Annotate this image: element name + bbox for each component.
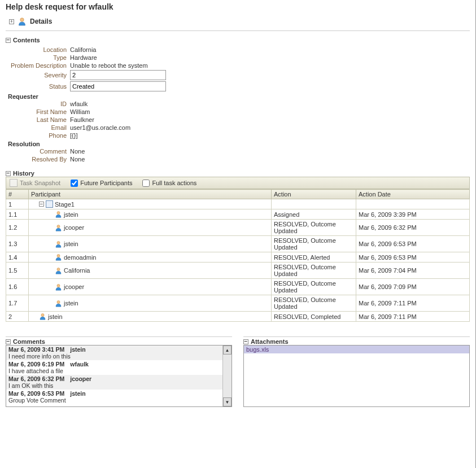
cell-participant: −Stage1 [29,199,272,209]
cell-action: Assigned [272,209,356,220]
scroll-down-icon[interactable]: ▼ [223,397,232,406]
contents-title: Contents [13,37,40,43]
svg-point-7 [57,300,60,303]
table-row[interactable]: 1.2jcooperRESOLVED, Outcome UpdatedMar 6… [6,220,470,236]
table-row[interactable]: 1.4demoadminRESOLVED, AlertedMar 6, 2009… [6,252,470,263]
full-task-actions-checkbox[interactable] [142,180,150,187]
field-value: user1@us.oracle.com [70,124,130,131]
table-row[interactable]: 1.3jsteinRESOLVED, Outcome UpdatedMar 6,… [6,236,470,252]
collapser-minus-icon[interactable]: − [6,38,11,43]
comment-text: I am OK with this [8,382,220,389]
field-label: Status [6,83,70,90]
field-value: California [70,46,96,53]
cell-action: RESOLVED, Outcome Updated [272,279,356,295]
attachments-box: bugs.xls [243,345,470,407]
svg-point-5 [57,268,60,270]
cell-participant: jcooper [29,279,272,295]
table-row[interactable]: 2jsteinRESOLVED, CompletedMar 6, 2009 7:… [6,312,470,322]
field-value: wfaulk [70,100,88,107]
field-value: Unable to reboot the system [70,62,148,69]
field-problem-description: Problem Description Unable to reboot the… [6,62,470,69]
col-num[interactable]: # [6,190,29,199]
cell-date: Mar 6, 2009 7:09 PM [356,279,470,295]
cell-date: Mar 6, 2009 6:53 PM [356,252,470,263]
col-date[interactable]: Action Date [356,190,470,199]
field-value: [{}] [70,132,77,139]
field-type: Type Hardware [6,54,470,62]
cell-num: 1.4 [6,252,29,263]
cell-date: Mar 6, 2009 7:11 PM [356,312,470,322]
cell-action: RESOLVED, Outcome Updated [272,220,356,236]
snapshot-icon [10,179,18,187]
contents-section-header: − Contents [6,37,470,43]
attachment-item[interactable]: bugs.xls [244,345,469,353]
svg-point-6 [57,284,60,287]
scroll-up-icon[interactable]: ▲ [223,345,232,355]
cell-participant: jstein [29,312,272,322]
comment-item[interactable]: Mar 6, 2009 6:53 PMjsteinGroup Vote Comm… [6,390,222,404]
cell-date: Mar 6, 2009 7:11 PM [356,295,470,312]
cell-participant: jstein [29,209,272,220]
full-task-actions-checkbox-row[interactable]: Full task actions [142,180,196,187]
cell-action: RESOLVED, Outcome Updated [272,295,356,312]
future-participants-checkbox[interactable] [71,180,78,187]
checkbox-label: Future Participants [80,180,132,186]
svg-point-4 [57,254,60,257]
field-status: Status [6,81,470,92]
comment-timestamp: Mar 6, 2009 6:19 PM [8,361,64,368]
tree-collapser-icon[interactable]: − [39,202,44,207]
comment-timestamp: Mar 6, 2009 3:41 PM [8,346,64,353]
table-row[interactable]: 1.6jcooperRESOLVED, Outcome UpdatedMar 6… [6,279,470,295]
future-participants-checkbox-row[interactable]: Future Participants [71,180,132,187]
field-label: Comment [6,148,70,155]
task-snapshot-button[interactable]: Task Snapshot [10,179,60,187]
comments-list: Mar 6, 2009 3:41 PMjsteinI need more inf… [6,345,222,406]
status-input[interactable] [70,81,166,91]
table-row[interactable]: 1−Stage1 [6,199,470,209]
participant-label: jcooper [64,283,84,290]
field-value: Faulkner [70,116,94,123]
collapser-minus-icon[interactable]: − [6,171,11,176]
field-label: Last Name [6,116,70,123]
expander-plus-icon[interactable]: + [9,19,14,24]
table-row[interactable]: 1.1jsteinAssignedMar 6, 2009 3:39 PM [6,209,470,220]
comment-timestamp: Mar 6, 2009 6:32 PM [8,375,64,382]
collapser-minus-icon[interactable]: − [6,339,11,344]
field-value: Hardware [70,54,97,61]
col-participant[interactable]: Participant [29,190,272,199]
requester-heading: Requester [8,93,470,100]
cell-participant: jstein [29,295,272,312]
participant-label: California [64,267,90,274]
cell-num: 1.6 [6,279,29,295]
comment-text: I have attached a file [8,368,220,374]
field-label: Location [6,46,70,53]
collapser-minus-icon[interactable]: − [243,339,248,344]
severity-input[interactable] [70,70,166,80]
field-label: Phone [6,132,70,139]
cell-participant: jstein [29,236,272,252]
svg-point-2 [57,225,60,228]
table-row[interactable]: 1.5CaliforniaRESOLVED, Outcome UpdatedMa… [6,263,470,279]
cell-action: RESOLVED, Alerted [272,252,356,263]
cell-participant: jcooper [29,220,272,236]
comment-author: jstein [70,390,85,397]
cell-num: 2 [6,312,29,322]
col-action[interactable]: Action [272,190,356,199]
participant-label: jcooper [64,224,84,231]
history-title: History [13,170,34,177]
comment-item[interactable]: Mar 6, 2009 3:41 PMjsteinI need more inf… [6,345,222,360]
field-value: None [70,156,85,163]
attachments-panel: − Attachments bugs.xls [243,336,470,407]
cell-num: 1.1 [6,209,29,220]
comment-item[interactable]: Mar 6, 2009 6:32 PMjcooperI am OK with t… [6,375,222,390]
comment-timestamp: Mar 6, 2009 6:53 PM [8,390,64,397]
comment-item[interactable]: Mar 6, 2009 6:19 PMwfaulkI have attached… [6,360,222,375]
history-section: − History Task Snapshot Future Participa… [6,170,470,322]
field-label: ID [6,100,70,107]
scrollbar[interactable]: ▲ ▼ [222,345,232,406]
field-label: Type [6,54,70,61]
field-location: Location California [6,46,470,54]
table-row[interactable]: 1.7jsteinRESOLVED, Outcome UpdatedMar 6,… [6,295,470,312]
history-toolbar: Task Snapshot Future Participants Full t… [6,177,470,189]
participant-label: jstein [64,300,78,307]
